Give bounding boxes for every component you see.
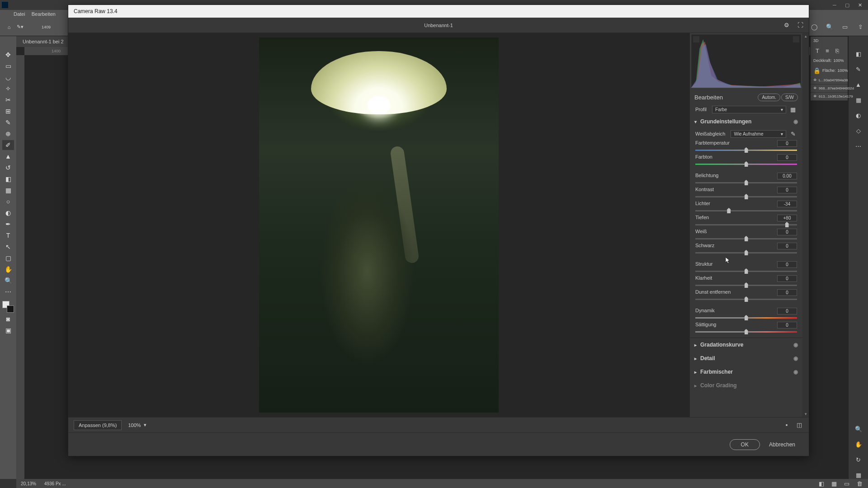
frame-tool[interactable]: ⊞ [2, 106, 14, 116]
bw-button[interactable]: S/W [781, 94, 798, 101]
chevron-down-icon[interactable]: ▾ [144, 422, 146, 428]
wand-tool[interactable]: ✧ [2, 84, 14, 94]
contrast-slider[interactable]: Kontrast0 [690, 186, 802, 200]
tint-slider[interactable]: Farbton0 [690, 153, 802, 167]
blacks-slider[interactable]: Schwarz0 [690, 242, 802, 256]
color-grading-section-header[interactable]: ▸ Color Grading [690, 379, 802, 392]
layer-item[interactable]: 👁L...93a047894a38 [811, 76, 848, 84]
profile-dropdown[interactable]: Farbe▾ [712, 106, 786, 113]
temperature-slider[interactable]: Farbtemperatur0 [690, 139, 802, 153]
window-maximize-button[interactable]: ▢ [841, 1, 854, 9]
window-close-button[interactable]: ✕ [854, 1, 866, 9]
healing-tool[interactable]: ⊕ [2, 129, 14, 139]
whites-slider[interactable]: Weiß0 [690, 228, 802, 242]
share-icon[interactable]: ⇧ [856, 23, 864, 31]
histogram[interactable] [691, 34, 802, 88]
workspace-icon[interactable]: ▭ [841, 23, 849, 31]
home-button[interactable]: ⌂ [4, 22, 14, 33]
shadows-slider[interactable]: Tiefen+80 [690, 214, 802, 228]
layers-panel-icon[interactable]: ▦ [854, 96, 863, 104]
cloud-docs-icon[interactable]: ◯ [810, 23, 818, 31]
color-swatches[interactable] [2, 301, 14, 313]
properties-panel-icon[interactable]: ⋯ [854, 142, 863, 150]
blur-tool[interactable]: ○ [2, 197, 14, 206]
status-icon[interactable]: ▭ [843, 479, 851, 488]
grid-panel-icon[interactable]: ▦ [854, 471, 863, 479]
search-icon[interactable]: 🔍 [826, 23, 834, 31]
eyedropper-icon[interactable]: ✎ [789, 130, 797, 138]
history-brush-tool[interactable]: ↺ [2, 163, 14, 173]
hand-panel-icon[interactable]: ✋ [854, 440, 863, 448]
saturation-slider[interactable]: Sättigung0 [690, 321, 802, 335]
clone-panel-icon[interactable]: ▲ [854, 80, 863, 89]
clarity-slider[interactable]: Klarheit0 [690, 274, 802, 288]
layer-item[interactable]: 👁968...87ee94944802d [811, 84, 848, 93]
basic-section-header[interactable]: ▾ Grundeinstellungen ◉ [690, 115, 802, 128]
scroll-up-icon[interactable]: ▴ [802, 33, 809, 39]
paths-panel-icon[interactable]: ◇ [854, 127, 863, 135]
crop-tool[interactable]: ✂ [2, 95, 14, 105]
color-mixer-section-header[interactable]: ▸ Farbmischer ◉ [690, 365, 802, 379]
dehaze-slider[interactable]: Dunst entfernen0 [690, 288, 802, 302]
single-view-icon[interactable]: ▪ [783, 421, 791, 429]
zoom-level[interactable]: 100% [128, 422, 141, 428]
shadow-clip-warning-icon[interactable] [693, 36, 699, 42]
move-tool[interactable]: ✥ [2, 50, 14, 60]
stamp-tool[interactable]: ▲ [2, 151, 14, 161]
brush-panel-icon[interactable]: ✎ [854, 65, 863, 73]
acr-prefs-icon[interactable]: ⚙ [783, 21, 791, 29]
profile-browser-icon[interactable]: ▦ [789, 105, 797, 113]
curve-section-header[interactable]: ▸ Gradationskurve ◉ [690, 338, 802, 352]
marquee-tool[interactable]: ▭ [2, 61, 14, 71]
screenmode-button[interactable]: ▣ [2, 325, 14, 335]
acr-preview-area[interactable] [68, 33, 689, 417]
shape-tool[interactable]: ▢ [2, 253, 14, 263]
edit-panel-scrollbar[interactable]: ▴ ▾ [802, 33, 809, 417]
before-after-icon[interactable]: ◫ [795, 421, 803, 429]
tool-preset-button[interactable]: ✎▾ [14, 22, 25, 33]
zoom-tool[interactable]: 🔍 [2, 276, 14, 286]
section-visibility-icon[interactable]: ◉ [793, 355, 798, 361]
path-tool[interactable]: ↖ [2, 242, 14, 252]
pen-tool[interactable]: ✒ [2, 219, 14, 229]
lasso-tool[interactable]: ◡ [2, 72, 14, 82]
status-icon[interactable]: ▦ [830, 479, 838, 488]
menu-file[interactable]: Datei [14, 11, 25, 17]
section-visibility-icon[interactable]: ◉ [793, 342, 798, 348]
status-zoom[interactable]: 20,13% [21, 481, 36, 486]
layer-item[interactable]: 👁613...1b3f115e14179 [811, 93, 848, 101]
cancel-button[interactable]: Abbrechen [769, 441, 795, 448]
tab-3d[interactable]: 3D [813, 38, 819, 43]
highlights-slider[interactable]: Lichter-34 [690, 200, 802, 214]
scroll-down-icon[interactable]: ▾ [802, 411, 809, 417]
zoom-panel-icon[interactable]: 🔍 [854, 425, 863, 433]
vibrance-slider[interactable]: Dynamik0 [690, 307, 802, 321]
gradient-tool[interactable]: ▦ [2, 185, 14, 195]
fit-zoom-control[interactable]: Anpassen (9,8%) [74, 420, 122, 430]
ok-button[interactable]: OK [730, 439, 760, 450]
eraser-tool[interactable]: ◧ [2, 174, 14, 184]
hand-tool[interactable]: ✋ [2, 264, 14, 274]
background-color-swatch[interactable] [7, 305, 14, 313]
detail-section-header[interactable]: ▸ Detail ◉ [690, 352, 802, 365]
quickmask-button[interactable]: ◙ [2, 314, 14, 324]
brush-tool[interactable]: ✐ [2, 140, 14, 150]
rotate-panel-icon[interactable]: ↻ [854, 455, 863, 464]
fill-value[interactable]: 100% [838, 68, 848, 73]
menu-edit[interactable]: Bearbeiten [32, 11, 56, 17]
section-visibility-icon[interactable]: ◉ [793, 369, 798, 375]
texture-slider[interactable]: Struktur0 [690, 260, 802, 274]
type-tool[interactable]: T [2, 230, 14, 240]
auto-button[interactable]: Autom. [758, 94, 780, 101]
channels-panel-icon[interactable]: ◐ [854, 111, 863, 119]
adjustments-panel-icon[interactable]: ◧ [854, 50, 863, 58]
dialog-titlebar[interactable]: Camera Raw 13.4 [68, 5, 809, 18]
exposure-slider[interactable]: Belichtung0.00 [690, 172, 802, 186]
window-minimize-button[interactable]: ─ [828, 1, 841, 9]
status-icon[interactable]: ◧ [817, 479, 826, 488]
section-visibility-icon[interactable]: ◉ [793, 118, 798, 125]
dodge-tool[interactable]: ◐ [2, 208, 14, 218]
acr-fullscreen-icon[interactable]: ⛶ [796, 21, 804, 29]
eyedropper-tool[interactable]: ✎ [2, 117, 14, 127]
document-tab[interactable]: Unbenannt-1 bei 2 [16, 36, 71, 47]
